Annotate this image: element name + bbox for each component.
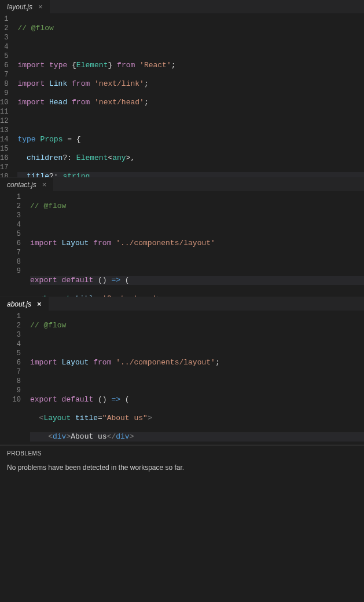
- line-gutter: 1 2 3 4 5 6 7 8 9 10: [0, 311, 28, 444]
- line-number: 8: [0, 79, 8, 89]
- code-token: // @flow: [17, 24, 53, 32]
- editor-about[interactable]: 1 2 3 4 5 6 7 8 9 10 // @flow import Lay…: [0, 311, 364, 444]
- tab-bar: layout.js ×: [0, 0, 364, 13]
- code-token: from: [72, 79, 94, 88]
- close-icon[interactable]: ×: [42, 181, 49, 188]
- line-number: 13: [0, 126, 8, 135]
- code-token: title: [75, 294, 98, 297]
- close-icon[interactable]: ×: [37, 300, 44, 308]
- line-number: 2: [0, 202, 21, 211]
- code-token: Layout: [43, 294, 71, 297]
- code-token: any: [112, 154, 126, 162]
- line-number: 5: [0, 349, 21, 358]
- code-token: 'next/head': [94, 98, 144, 107]
- code-token: ;: [171, 61, 176, 70]
- code-area[interactable]: // @flow import Layout from '../componen…: [28, 311, 364, 444]
- line-number: 9: [0, 267, 21, 276]
- line-number: 16: [0, 154, 8, 163]
- code-token: Head: [45, 98, 72, 107]
- code-token: import: [30, 239, 57, 247]
- editor-contact[interactable]: 1 2 3 4 5 6 7 8 9 // @flow import Layout…: [0, 191, 364, 297]
- problems-message: No problems have been detected in the wo…: [0, 459, 364, 476]
- code-token: (: [120, 395, 130, 404]
- code-token: <: [30, 414, 43, 422]
- tab-about-js[interactable]: about.js ×: [0, 297, 49, 311]
- line-number: 10: [0, 395, 21, 404]
- code-token: from: [72, 98, 94, 107]
- tab-contact-js[interactable]: contact.js ×: [0, 178, 53, 191]
- problems-title[interactable]: PROBLEMS: [0, 446, 364, 459]
- code-token: ?:: [62, 154, 72, 162]
- code-token: Layout: [43, 414, 71, 422]
- code-token: default: [57, 395, 98, 404]
- line-number: 14: [0, 135, 8, 144]
- code-token: [71, 414, 75, 422]
- code-area[interactable]: // @flow import Layout from '../componen…: [28, 191, 364, 297]
- code-token: ,: [130, 154, 135, 162]
- code-token: default: [57, 276, 98, 284]
- line-number: 6: [0, 61, 8, 70]
- line-number: 17: [0, 163, 8, 172]
- line-number: 1: [0, 312, 21, 321]
- code-token: ;: [144, 98, 149, 107]
- code-token: // @flow: [30, 202, 66, 210]
- line-gutter: 1 2 3 4 5 6 7 8 9: [0, 191, 28, 297]
- line-number: 12: [0, 116, 8, 126]
- code-token: =: [98, 294, 102, 297]
- code-token: =>: [111, 395, 120, 404]
- code-token: '../components/layout': [116, 358, 215, 367]
- code-token: '../components/layout': [116, 239, 215, 247]
- line-number: 8: [0, 257, 21, 267]
- code-token: import: [17, 98, 45, 107]
- code-token: type: [49, 61, 67, 70]
- code-token: import: [17, 79, 45, 88]
- line-number: 9: [0, 89, 8, 98]
- editor-layout[interactable]: 1 2 3 4 5 6 7 8 9 10 11 12 13 14 15 16 1…: [0, 13, 364, 177]
- code-token: Layout: [57, 358, 93, 367]
- editor-pane-contact: contact.js × 1 2 3 4 5 6 7 8 9 // @flow …: [0, 178, 364, 297]
- code-area[interactable]: // @flow import type {Element} from 'Rea…: [15, 13, 364, 177]
- code-token: [71, 294, 75, 297]
- code-token: ;: [215, 358, 220, 367]
- line-number: 18: [0, 172, 8, 177]
- code-token: div: [116, 432, 129, 441]
- code-token: ?:: [49, 172, 58, 177]
- code-token: export: [30, 395, 57, 404]
- line-number: 3: [0, 33, 8, 42]
- line-number: 1: [0, 14, 8, 24]
- code-token: 'Contact us': [102, 294, 157, 297]
- code-token: <: [30, 432, 53, 441]
- code-token: from: [93, 239, 116, 247]
- line-number: 4: [0, 340, 21, 349]
- code-token: Props: [36, 135, 68, 144]
- code-token: title: [75, 414, 98, 422]
- code-token: export: [30, 276, 57, 284]
- code-token: Link: [45, 79, 72, 88]
- line-number: 5: [0, 229, 21, 239]
- line-number: 6: [0, 239, 21, 248]
- code-token: (): [98, 276, 111, 284]
- line-number: 9: [0, 386, 21, 395]
- tab-layout-js[interactable]: layout.js ×: [0, 0, 50, 13]
- line-number: 8: [0, 377, 21, 386]
- code-token: Element: [72, 154, 108, 162]
- code-token: from: [112, 61, 139, 70]
- code-token: div: [53, 432, 66, 441]
- line-number: 3: [0, 211, 21, 220]
- line-number: 11: [0, 107, 8, 116]
- close-icon[interactable]: ×: [38, 3, 45, 10]
- code-token: // @flow: [30, 321, 66, 330]
- line-number: 3: [0, 330, 21, 340]
- tab-label: about.js: [7, 300, 31, 308]
- code-token: {: [67, 61, 76, 70]
- code-token: 'next/link': [94, 79, 144, 88]
- code-token: Layout: [57, 239, 93, 247]
- line-number: 5: [0, 52, 8, 61]
- line-number: 15: [0, 144, 8, 154]
- line-number: 2: [0, 321, 21, 330]
- code-token: import: [30, 358, 57, 367]
- tab-bar: about.js ×: [0, 297, 364, 311]
- code-token: import: [17, 61, 45, 70]
- code-token: children: [17, 154, 62, 162]
- code-token: from: [93, 358, 116, 367]
